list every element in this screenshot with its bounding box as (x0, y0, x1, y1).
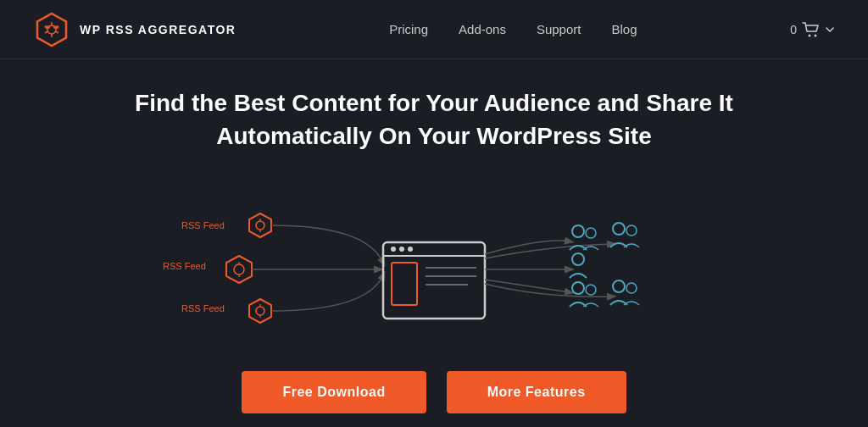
nav-pricing[interactable]: Pricing (389, 22, 428, 36)
svg-rect-32 (392, 263, 417, 305)
svg-point-37 (586, 228, 596, 238)
svg-point-9 (53, 25, 59, 29)
svg-text:RSS Feed: RSS Feed (181, 220, 225, 230)
svg-rect-27 (383, 242, 485, 319)
nav-blog[interactable]: Blog (611, 22, 637, 36)
svg-point-42 (586, 285, 596, 295)
cart-icon (802, 22, 821, 37)
free-download-button[interactable]: Free Download (242, 371, 426, 413)
svg-marker-15 (249, 214, 271, 237)
nav-addons[interactable]: Add-ons (459, 22, 506, 36)
main-nav: Pricing Add-ons Support Blog (389, 22, 637, 36)
cta-buttons: Free Download More Features (242, 371, 626, 413)
svg-text:RSS Feed: RSS Feed (181, 303, 225, 313)
svg-point-41 (572, 282, 584, 294)
svg-marker-19 (226, 256, 252, 283)
cart-count: 0 (790, 23, 797, 36)
diagram-area: RSS Feed RSS Feed RSS Feed (137, 178, 731, 347)
svg-marker-0 (37, 14, 66, 46)
svg-point-20 (234, 264, 244, 274)
svg-point-29 (391, 247, 396, 252)
nav-support[interactable]: Support (537, 22, 581, 36)
svg-text:RSS Feed: RSS Feed (163, 261, 206, 271)
logo-text: WP RSS AGGREGATOR (80, 23, 236, 36)
svg-point-8 (45, 25, 51, 29)
logo-icon (34, 12, 70, 47)
svg-marker-23 (249, 299, 271, 323)
svg-point-30 (399, 247, 404, 252)
logo-area[interactable]: WP RSS AGGREGATOR (34, 12, 236, 47)
hero-headline: Find the Best Content for Your Audience … (135, 86, 733, 152)
more-features-button[interactable]: More Features (447, 371, 626, 413)
svg-point-31 (408, 247, 413, 252)
svg-point-11 (815, 34, 817, 36)
chevron-down-icon (826, 27, 834, 32)
cart-button[interactable]: 0 (790, 22, 834, 37)
svg-point-39 (626, 225, 637, 236)
svg-point-38 (613, 223, 625, 235)
svg-line-6 (45, 31, 48, 33)
svg-line-5 (56, 31, 59, 33)
svg-point-36 (572, 225, 584, 237)
svg-point-43 (613, 280, 625, 292)
svg-point-24 (256, 307, 264, 315)
main-content: Find the Best Content for Your Audience … (0, 59, 868, 413)
svg-point-44 (626, 283, 637, 293)
svg-point-10 (809, 34, 811, 36)
svg-point-16 (256, 221, 264, 230)
svg-point-40 (572, 253, 584, 265)
